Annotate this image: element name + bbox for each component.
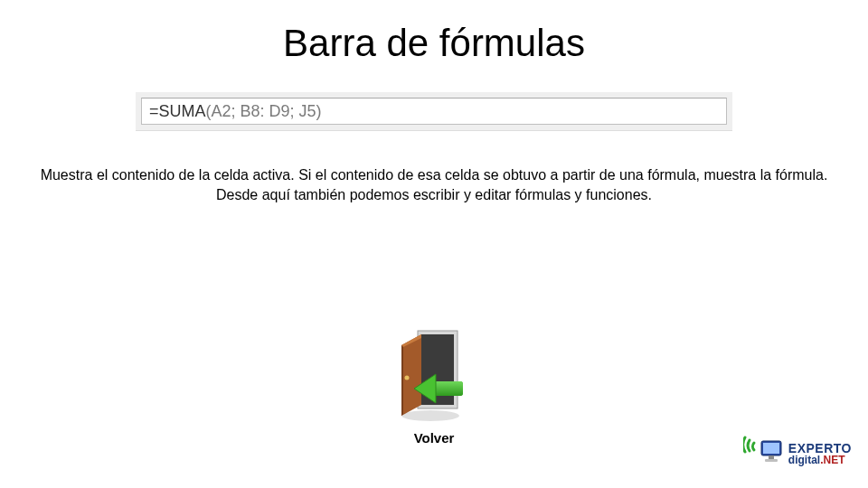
svg-marker-2 <box>401 334 421 416</box>
formula-function-name: SUMA <box>159 99 206 124</box>
formula-arguments: (A2; B8: D9; J5) <box>206 99 322 124</box>
brand-line1: EXPERTO <box>788 442 852 455</box>
svg-rect-15 <box>765 459 778 462</box>
door-back-icon <box>391 325 477 425</box>
description-text: Muestra el contenido de la celda activa.… <box>33 165 835 204</box>
svg-marker-4 <box>401 345 403 416</box>
brand-text: EXPERTO digital.NET <box>788 442 852 465</box>
svg-point-5 <box>405 376 410 380</box>
brand-line2-accent: .NET <box>820 454 844 466</box>
formula-input[interactable]: =SUMA(A2; B8: D9; J5) <box>141 98 727 125</box>
brand-logo: EXPERTO digital.NET <box>743 436 852 472</box>
back-button[interactable]: Volver <box>391 325 477 446</box>
formula-equals: = <box>149 99 159 124</box>
svg-point-6 <box>401 410 459 421</box>
brand-line2-plain: digital <box>788 454 820 466</box>
wifi-monitor-icon <box>743 436 783 472</box>
formula-bar-container: =SUMA(A2; B8: D9; J5) <box>136 92 732 131</box>
formula-bar-background: =SUMA(A2; B8: D9; J5) <box>136 92 732 131</box>
svg-rect-13 <box>763 443 779 454</box>
back-label: Volver <box>391 430 477 446</box>
brand-line2: digital.NET <box>788 455 852 465</box>
svg-rect-14 <box>769 455 774 459</box>
page-title: Barra de fórmulas <box>0 0 868 65</box>
svg-rect-8 <box>432 381 463 396</box>
